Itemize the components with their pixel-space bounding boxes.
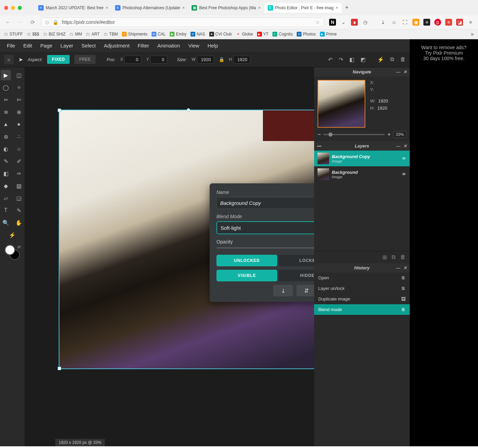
- add-layer-icon[interactable]: ⊞: [382, 254, 387, 261]
- replace-color-tool[interactable]: ✑: [14, 168, 24, 179]
- liquify-tool[interactable]: ≋: [1, 107, 11, 117]
- crop-ext-icon[interactable]: ⛶: [402, 19, 408, 26]
- size-w-field[interactable]: 1920: [197, 56, 214, 64]
- swap-colors-icon[interactable]: ⇄: [17, 245, 20, 249]
- pen-tool[interactable]: ✎: [1, 156, 11, 166]
- menu-layer[interactable]: Layer: [60, 43, 73, 48]
- download-icon[interactable]: ⤓: [380, 19, 386, 26]
- bookmark-nas[interactable]: DNAS: [191, 32, 205, 37]
- clone-tool[interactable]: ▲: [1, 119, 11, 129]
- bookmark-globe[interactable]: ✶Globe: [236, 32, 253, 37]
- bookmark-cvi[interactable]: ●CVI Club: [209, 32, 232, 37]
- close-icon[interactable]: ×: [258, 5, 261, 10]
- layer-name-input[interactable]: [216, 197, 314, 209]
- minimize-icon[interactable]: —: [396, 69, 400, 74]
- notion-icon[interactable]: N: [329, 19, 336, 26]
- history-item[interactable]: Layer un/lock🗎: [314, 283, 410, 294]
- ext-black-icon[interactable]: ≡: [423, 19, 430, 26]
- shape-tool[interactable]: ▱: [1, 193, 11, 203]
- visibility-icon[interactable]: 👁: [402, 156, 406, 161]
- rotate-handle[interactable]: [187, 108, 190, 112]
- color-swatches[interactable]: ⇄: [5, 245, 20, 260]
- close-icon[interactable]: ✕: [403, 69, 407, 74]
- canvas-area[interactable]: 1920 x 1920 px @ 33% ✕ Name Blend Mode S…: [25, 67, 314, 446]
- window-close-dot[interactable]: [4, 6, 8, 10]
- disperse-tool[interactable]: ∴: [14, 131, 24, 142]
- close-icon[interactable]: ✕: [403, 143, 407, 149]
- menu-file[interactable]: File: [7, 43, 15, 48]
- close-icon[interactable]: ×: [182, 5, 185, 10]
- menu-page[interactable]: Page: [40, 43, 52, 48]
- slider-knob[interactable]: [328, 132, 333, 137]
- locked-button[interactable]: LOCKED: [279, 255, 314, 266]
- aspect-free-button[interactable]: FREE: [74, 55, 96, 64]
- menu-help[interactable]: Help: [208, 43, 218, 48]
- minimize-icon[interactable]: —: [396, 265, 400, 270]
- bookmark-folder[interactable]: 🗀MM: [70, 32, 82, 37]
- bookmark-cal[interactable]: 31CAL: [152, 32, 166, 37]
- pos-y-field[interactable]: 0: [150, 56, 167, 64]
- flip-h-icon[interactable]: ◧: [349, 56, 354, 63]
- eraser-tool[interactable]: ◧: [1, 168, 11, 179]
- redo-icon[interactable]: ↷: [339, 56, 343, 63]
- history-item[interactable]: Open🗎: [314, 272, 410, 283]
- cutout-tool[interactable]: ✄: [14, 95, 24, 105]
- wand-tool[interactable]: ✧: [14, 82, 24, 93]
- layers-menu-icon[interactable]: •••: [317, 143, 322, 149]
- delete-layer-icon[interactable]: 🗑: [400, 254, 406, 261]
- pocket-icon[interactable]: ⌄: [340, 19, 347, 26]
- history-item[interactable]: Blend mode🗎: [314, 304, 410, 315]
- blend-mode-select[interactable]: Soft-light ▾: [216, 221, 314, 234]
- tab-sheets[interactable]: ▦Best Free Photoshop Apps (Ma×: [188, 3, 264, 13]
- bookmark-prime[interactable]: ▶Prime: [320, 32, 337, 37]
- gradient-tool[interactable]: ▧: [14, 181, 24, 191]
- tab-pixlr[interactable]: EPhoto Editor : Pixlr E - free imag×: [264, 3, 342, 13]
- crop-tool[interactable]: ✂: [1, 95, 11, 105]
- frame-tool[interactable]: ◲: [14, 193, 24, 203]
- aspect-fixed-button[interactable]: FIXED: [47, 55, 70, 64]
- new-tab-button[interactable]: +: [342, 3, 352, 13]
- window-min-dot[interactable]: [11, 6, 15, 10]
- menu-filter[interactable]: Filter: [138, 43, 149, 48]
- duplicate-icon[interactable]: ⧉: [390, 56, 394, 63]
- bookmark-folder[interactable]: 🗀STUFF: [4, 32, 23, 37]
- bookmark-folder[interactable]: 🗀ART: [86, 32, 100, 37]
- url-bar[interactable]: ◇ 🔒 https://pixlr.com/e/#editor ☆: [41, 17, 324, 27]
- ext-orange-icon[interactable]: ▣: [412, 19, 419, 26]
- dodge-tool[interactable]: ◐: [1, 144, 11, 154]
- reload-button[interactable]: ⟳: [29, 19, 36, 26]
- menu-animation[interactable]: Animation: [157, 43, 180, 48]
- forward-button[interactable]: →: [16, 19, 24, 25]
- auto-icon[interactable]: ⚡: [377, 56, 384, 63]
- close-icon[interactable]: ×: [336, 5, 338, 10]
- heal-tool[interactable]: ⊕: [14, 107, 24, 117]
- history-item[interactable]: Duplicate image🖼: [314, 294, 410, 304]
- bookmark-yt[interactable]: ▶YT: [257, 32, 268, 37]
- bookmark-cognito[interactable]: CCognito: [272, 32, 293, 37]
- menu-icon[interactable]: ≡: [467, 19, 474, 26]
- window-max-dot[interactable]: [18, 6, 22, 10]
- zoom-in-button[interactable]: +: [388, 131, 391, 138]
- bookmark-emby[interactable]: ▶Emby: [170, 32, 186, 37]
- hidden-button[interactable]: HIDDEN: [279, 270, 314, 281]
- toning-tool[interactable]: ☼: [14, 144, 24, 154]
- delete-icon[interactable]: 🗑: [400, 56, 406, 63]
- opacity-slider[interactable]: [216, 247, 314, 249]
- home-button[interactable]: ⌂: [4, 55, 14, 64]
- bookmark-shipments[interactable]: SShipments: [122, 32, 147, 37]
- menu-edit[interactable]: Edit: [23, 43, 32, 48]
- zoom-slider[interactable]: [323, 134, 384, 135]
- navigate-thumbnail[interactable]: [318, 80, 365, 128]
- pinterest-icon[interactable]: p: [434, 19, 441, 26]
- resize-handle[interactable]: [58, 367, 61, 370]
- bookmark-folder[interactable]: 🗀TBM: [104, 32, 118, 37]
- pos-x-field[interactable]: 0: [124, 56, 141, 64]
- ext-red-icon[interactable]: ∎: [351, 19, 358, 26]
- ext-red2-icon[interactable]: ◪: [456, 19, 463, 26]
- unlocked-button[interactable]: UNLOCKED: [216, 255, 277, 266]
- marquee-tool[interactable]: ◫: [14, 70, 24, 80]
- bookmark-folder[interactable]: 🗀BIZ SHIZ: [43, 32, 66, 37]
- account-icon[interactable]: ☺: [391, 19, 397, 26]
- visibility-icon[interactable]: 👁: [402, 172, 406, 177]
- hand-tool[interactable]: ✋: [14, 218, 24, 228]
